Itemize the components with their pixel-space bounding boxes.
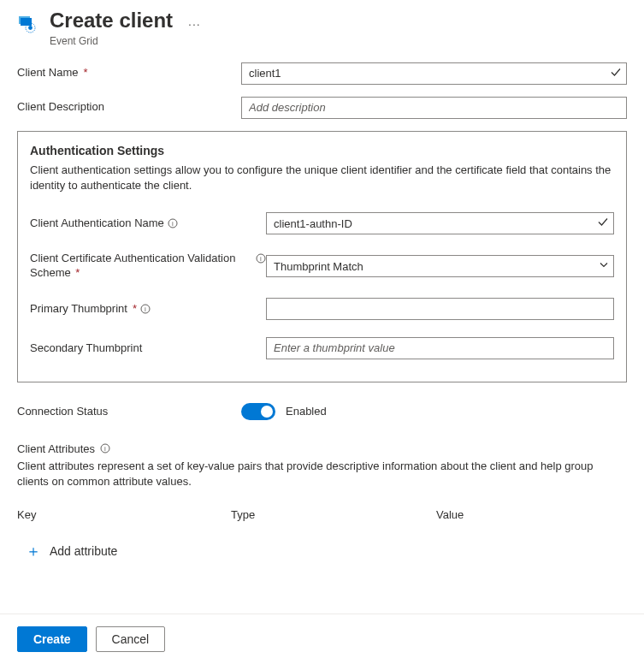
secondary-thumbprint-input[interactable] [266, 337, 614, 359]
secondary-thumbprint-label: Secondary Thumbprint [30, 341, 266, 356]
primary-thumbprint-label: Primary Thumbprint* i [30, 302, 266, 317]
authentication-settings-section: Authentication Settings Client authentic… [17, 131, 627, 382]
svg-text:i: i [260, 255, 262, 263]
client-name-label: Client Name* [17, 66, 241, 80]
attributes-column-headers: Key Type Value [17, 508, 627, 521]
connection-status-toggle[interactable] [241, 403, 275, 420]
svg-point-3 [28, 26, 32, 30]
more-menu-button[interactable]: ··· [188, 17, 201, 31]
auth-section-title: Authentication Settings [30, 144, 614, 157]
cancel-button[interactable]: Cancel [96, 626, 166, 652]
client-name-input[interactable] [241, 62, 627, 85]
attributes-col-key: Key [17, 508, 231, 521]
auth-name-input[interactable] [266, 212, 614, 234]
attributes-col-type: Type [231, 508, 436, 521]
page-title: Create client [50, 9, 173, 33]
info-icon[interactable]: i [168, 218, 178, 228]
svg-rect-1 [21, 18, 32, 26]
connection-status-label: Connection Status [17, 405, 241, 419]
attributes-col-value: Value [436, 508, 627, 521]
svg-text:i: i [104, 445, 106, 453]
primary-thumbprint-input[interactable] [266, 298, 614, 320]
validation-scheme-label: Client Certificate Authentication Valida… [30, 252, 266, 281]
info-icon[interactable]: i [140, 304, 151, 314]
info-icon[interactable]: i [100, 443, 110, 454]
blade-footer: Create Cancel [0, 614, 644, 664]
client-attributes-heading: Client Attributes [17, 442, 95, 455]
svg-text:i: i [172, 220, 174, 228]
svg-text:i: i [145, 305, 146, 313]
blade-header: Create client Event Grid ··· [0, 0, 644, 62]
client-attributes-description: Client attributes represent a set of key… [17, 459, 627, 489]
info-icon[interactable]: i [256, 253, 266, 264]
resource-icon [17, 14, 38, 34]
connection-status-state: Enabled [286, 405, 327, 418]
plus-icon: ＋ [26, 543, 41, 559]
client-description-input[interactable] [241, 97, 627, 119]
auth-name-label: Client Authentication Name i [30, 216, 266, 231]
add-attribute-button[interactable]: ＋ Add attribute [17, 543, 627, 559]
create-button[interactable]: Create [17, 626, 87, 652]
validation-scheme-select[interactable]: Thumbprint Match [266, 255, 614, 277]
auth-section-description: Client authentication settings allow you… [30, 163, 614, 193]
page-subtitle: Event Grid [50, 35, 173, 47]
client-description-label: Client Description [17, 100, 241, 115]
add-attribute-label: Add attribute [50, 544, 117, 558]
